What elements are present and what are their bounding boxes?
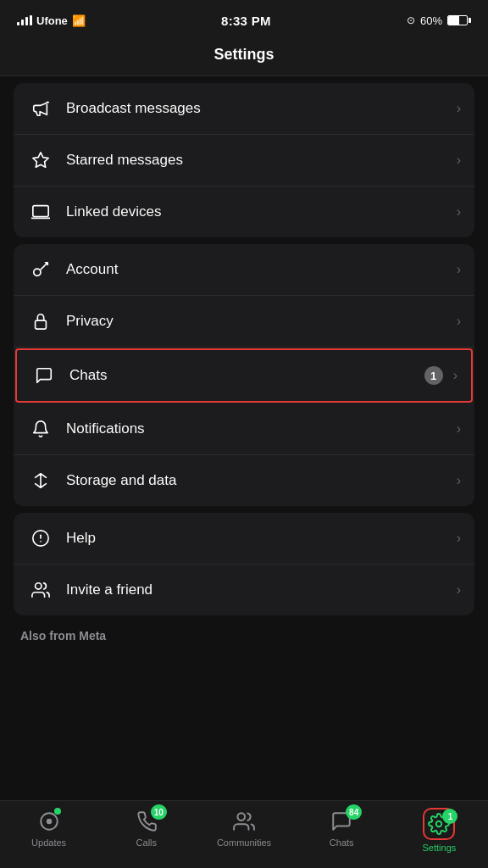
settings-scroll: Broadcast messages › Starred messages › … (0, 83, 488, 714)
svg-rect-1 (33, 206, 48, 217)
settings-group-3: Help › Invite a friend › (14, 513, 474, 615)
settings-item-notifications[interactable]: Notifications › (14, 403, 474, 455)
chevron-icon: › (457, 153, 461, 168)
notification-icon (27, 415, 54, 442)
settings-group-2: Account › Privacy › Chats 1 › (14, 244, 474, 506)
laptop-icon (27, 198, 54, 225)
settings-tab-badge: 1 (442, 809, 458, 824)
svg-marker-0 (33, 153, 48, 167)
info-icon (27, 525, 54, 552)
settings-tab-label: Settings (423, 843, 457, 853)
chats-label: Chats (69, 367, 424, 384)
storage-icon (27, 467, 54, 494)
chevron-icon: › (457, 582, 461, 598)
updates-dot (54, 808, 61, 815)
svg-point-8 (36, 583, 42, 589)
settings-item-privacy[interactable]: Privacy › (14, 296, 474, 348)
communities-icon (233, 810, 255, 832)
linked-label: Linked devices (66, 203, 453, 220)
chevron-icon: › (457, 262, 461, 277)
storage-label: Storage and data (66, 472, 453, 489)
communities-tab-label: Communities (217, 837, 271, 848)
updates-icon-wrap (36, 808, 63, 835)
settings-item-invite[interactable]: Invite a friend › (14, 565, 474, 615)
calls-icon-wrap: 10 (133, 808, 160, 835)
status-bar: Ufone 📶 8:33 PM ⊙ 60% (0, 0, 488, 37)
chat-icon (30, 362, 58, 389)
page-title: Settings (17, 46, 471, 64)
tab-calls[interactable]: 10 Calls (97, 808, 195, 848)
settings-item-help[interactable]: Help › (14, 513, 474, 565)
star-icon (27, 147, 54, 174)
status-right: ⊙ 60% (407, 14, 471, 27)
settings-item-linked[interactable]: Linked devices › (14, 186, 474, 237)
status-left: Ufone 📶 (17, 14, 86, 27)
invite-label: Invite a friend (66, 581, 453, 598)
screen-lock-icon: ⊙ (407, 14, 415, 26)
header: Settings (0, 37, 488, 76)
svg-point-11 (237, 813, 245, 821)
carrier-label: Ufone (36, 14, 68, 27)
svg-point-10 (46, 819, 52, 825)
tab-updates[interactable]: Updates (0, 808, 97, 848)
svg-rect-3 (36, 320, 47, 329)
starred-label: Starred messages (66, 152, 453, 169)
chevron-icon: › (457, 421, 461, 437)
account-label: Account (66, 261, 453, 278)
lock-icon (27, 308, 54, 335)
battery-icon (447, 15, 471, 25)
settings-group-1: Broadcast messages › Starred messages › … (14, 83, 474, 237)
settings-tab-highlight: 1 (423, 808, 455, 840)
settings-item-storage[interactable]: Storage and data › (14, 455, 474, 506)
settings-item-starred[interactable]: Starred messages › (14, 135, 474, 186)
notifications-label: Notifications (66, 420, 453, 437)
svg-point-12 (436, 821, 442, 827)
privacy-label: Privacy (66, 313, 453, 330)
tab-bar: Updates 10 Calls Communities 84 (0, 800, 488, 868)
tab-communities[interactable]: Communities (195, 808, 292, 848)
chevron-icon: › (457, 473, 461, 488)
svg-point-2 (34, 269, 41, 275)
calls-badge: 10 (151, 804, 167, 820)
chats-icon-wrap: 84 (328, 808, 355, 835)
communities-icon-wrap (230, 808, 258, 835)
settings-icon-wrap: 1 (427, 812, 451, 836)
settings-item-account[interactable]: Account › (14, 244, 474, 296)
svg-point-4 (40, 422, 42, 424)
megaphone-icon (27, 95, 54, 122)
settings-item-chats[interactable]: Chats 1 › (15, 348, 473, 403)
tab-chats[interactable]: 84 Chats (293, 808, 391, 848)
chevron-icon: › (457, 101, 461, 116)
help-label: Help (66, 530, 453, 547)
tab-settings[interactable]: 1 Settings (391, 808, 488, 853)
status-time: 8:33 PM (221, 14, 271, 28)
chats-badge: 1 (424, 366, 443, 385)
chevron-icon: › (457, 531, 461, 546)
chevron-icon: › (457, 204, 461, 220)
people-icon (27, 576, 54, 604)
wifi-icon: 📶 (72, 14, 86, 27)
battery-percent: 60% (420, 14, 442, 27)
chevron-icon: › (453, 368, 458, 383)
settings-item-broadcast[interactable]: Broadcast messages › (14, 83, 474, 135)
broadcast-label: Broadcast messages (66, 100, 453, 117)
chats-tab-label: Chats (330, 837, 354, 848)
updates-tab-label: Updates (31, 837, 66, 848)
signal-icon (17, 15, 32, 25)
also-from-meta-label: Also from Meta (0, 622, 488, 646)
chats-tab-badge: 84 (346, 804, 362, 820)
chevron-icon: › (457, 314, 461, 329)
key-icon (27, 256, 54, 283)
calls-tab-label: Calls (136, 837, 157, 848)
